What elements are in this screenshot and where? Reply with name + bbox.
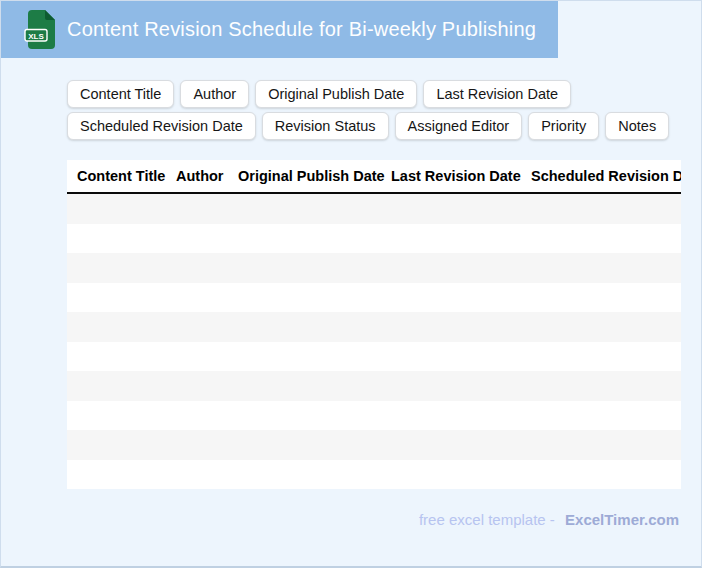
chip-scheduled-revision-date: Scheduled Revision Date (67, 112, 256, 140)
table-row (67, 430, 681, 460)
column-header-original-publish-date: Original Publish Date (228, 168, 381, 184)
page-title: Content Revision Schedule for Bi-weekly … (67, 1, 536, 58)
column-header-last-revision-date: Last Revision Date (381, 168, 521, 184)
table-body (67, 194, 681, 489)
chip-content-title: Content Title (67, 80, 174, 108)
table-row (67, 283, 681, 313)
column-header-author: Author (166, 168, 228, 184)
chip-original-publish-date: Original Publish Date (255, 80, 417, 108)
table-row (67, 401, 681, 431)
table-row (67, 371, 681, 401)
spreadsheet-preview-table: Content Title Author Original Publish Da… (67, 160, 681, 489)
header-banner: XLS Content Revision Schedule for Bi-wee… (1, 1, 558, 58)
chip-revision-status: Revision Status (262, 112, 389, 140)
chip-author: Author (180, 80, 249, 108)
chip-priority: Priority (528, 112, 599, 140)
column-header-scheduled-revision-date: Scheduled Revision Date (521, 168, 681, 184)
field-chips-row-2: Scheduled Revision Date Revision Status … (67, 112, 669, 140)
field-chips-row-1: Content Title Author Original Publish Da… (67, 80, 571, 108)
table-row (67, 342, 681, 372)
chip-assigned-editor: Assigned Editor (395, 112, 523, 140)
table-row (67, 194, 681, 224)
table-row (67, 312, 681, 342)
footer-brand-link[interactable]: ExcelTimer.com (565, 511, 679, 528)
chip-last-revision-date: Last Revision Date (423, 80, 571, 108)
table-header-row: Content Title Author Original Publish Da… (67, 160, 681, 194)
table-row (67, 460, 681, 490)
footer: free excel template - ExcelTimer.com (419, 511, 679, 528)
xls-icon-label: XLS (28, 32, 44, 41)
table-row (67, 224, 681, 254)
column-header-content-title: Content Title (67, 168, 166, 184)
chip-notes: Notes (605, 112, 669, 140)
table-row (67, 253, 681, 283)
footer-free-text: free excel template - (419, 511, 555, 528)
xls-file-icon: XLS (24, 10, 55, 49)
page: XLS Content Revision Schedule for Bi-wee… (0, 0, 702, 568)
